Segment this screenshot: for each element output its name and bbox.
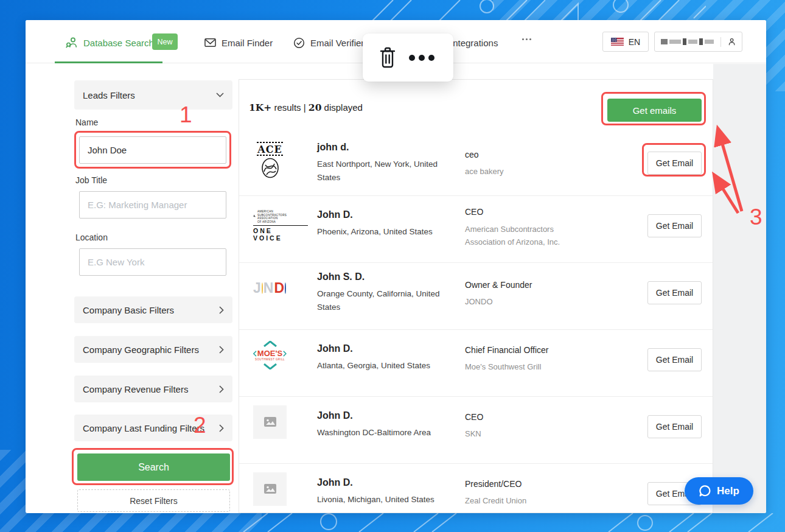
tab-label: Integrations [450, 38, 498, 48]
lead-company: JONDO [465, 295, 590, 308]
us-flag-icon [611, 38, 624, 46]
language-selector[interactable]: EN [602, 32, 649, 52]
filter-group-company-geographic[interactable]: Company Geographic Filters [74, 336, 232, 363]
lead-company: ace bakery [465, 165, 590, 178]
lead-name: john d. [317, 142, 349, 153]
filter-group-company-basic[interactable]: Company Basic Filters [74, 296, 232, 323]
get-email-button[interactable]: Get Email [647, 152, 702, 175]
jondo-blue-disc [285, 282, 286, 294]
filter-group-company-revenue[interactable]: Company Revenue Filters [74, 376, 232, 402]
page-background-strip [713, 64, 766, 513]
moes-southwest-grill-logo: MOE'S SOUTHWEST GRILL [253, 338, 287, 372]
background-geometric-pattern-top [365, 0, 706, 22]
tab-label: Email Finder [222, 38, 273, 48]
moes-chevron-down [263, 363, 277, 369]
jondo-letter: J [253, 281, 261, 295]
name-label: Name [75, 117, 98, 127]
filter-group-label: Company Basic Filters [83, 305, 174, 315]
chevron-right-icon [219, 424, 224, 432]
lead-location: Washington DC-Baltimore Area [317, 426, 446, 439]
divider [720, 37, 721, 47]
help-label: Help [717, 485, 739, 497]
lead-row: John D. Livonia, Michigan, United States… [239, 464, 713, 513]
lead-row: AMERICAN SUBCONTRACTORS ASSOCIATION OF A… [239, 196, 713, 263]
chevron-right-icon [219, 306, 224, 314]
lead-title: Owner & Founder [465, 280, 532, 290]
lead-name: John D. [317, 209, 353, 220]
lead-title: President/CEO [465, 479, 522, 489]
leads-filters-label: Leads Filters [83, 90, 135, 100]
name-input[interactable] [79, 136, 226, 164]
chevron-right-icon [219, 346, 224, 354]
moes-logo-text: MOE'S [257, 349, 282, 357]
active-tab-underline [55, 61, 162, 63]
lead-title: ceo [465, 150, 479, 159]
asa-logo-text: OF ARIZONA [257, 221, 287, 224]
language-label: EN [629, 37, 640, 47]
location-input[interactable] [79, 248, 226, 276]
lead-name: John D. [317, 410, 353, 421]
reset-filters-button[interactable]: Reset Filters [77, 489, 230, 512]
moes-bracket-right [283, 350, 287, 357]
displayed-count-value: 20 [309, 102, 322, 113]
results-count-label: results | [271, 102, 309, 113]
filter-group-label: Company Last Funding Filters [83, 423, 204, 433]
asa-logo-mark [253, 209, 256, 222]
lead-company: SKN [465, 427, 590, 440]
nav-more-menu-icon[interactable] [522, 38, 531, 40]
tab-label: Database Search [83, 38, 154, 48]
email-verifier-icon [293, 37, 305, 49]
account-info-redacted [661, 38, 714, 45]
lead-title: CEO [465, 412, 483, 422]
search-button[interactable]: Search [77, 453, 230, 481]
trash-icon[interactable] [377, 46, 398, 69]
filter-group-company-last-funding[interactable]: Company Last Funding Filters [74, 415, 232, 441]
lead-location: Atlanta, Georgia, United States [317, 359, 446, 373]
jondo-logo: JND [253, 281, 287, 295]
results-panel: 1K+ results | 20 displayed Get emails AC… [239, 79, 713, 513]
ace-logo-text: ACE [253, 144, 287, 155]
help-button[interactable]: Help [685, 477, 753, 505]
filter-group-label: Company Geographic Filters [83, 345, 199, 355]
job-title-input[interactable] [79, 191, 226, 219]
tab-email-verifier[interactable]: Email Verifier [293, 36, 364, 49]
email-finder-icon [204, 38, 216, 47]
lead-name: John D. [317, 477, 353, 488]
displayed-count-label: displayed [321, 102, 363, 113]
moes-bracket-left [253, 350, 257, 357]
leads-filters-header[interactable]: Leads Filters [74, 80, 232, 110]
new-badge: New [152, 33, 178, 50]
ace-bakery-logo: ACE [253, 142, 287, 181]
app-window: Database Search New Email Finder Email V… [26, 20, 766, 513]
tab-email-finder[interactable]: Email Finder [204, 36, 273, 49]
chat-bubble-icon [699, 485, 711, 497]
lead-title: CEO [465, 207, 483, 217]
jondo-yellow-disc [262, 282, 263, 294]
get-email-button[interactable]: Get Email [647, 281, 702, 304]
tab-label: Email Verifier [310, 38, 364, 48]
job-title-label: Job Title [75, 175, 107, 185]
chevron-down-icon [216, 93, 224, 97]
tab-database-search[interactable]: Database Search [66, 36, 154, 49]
get-email-button[interactable]: Get Email [647, 415, 702, 438]
lead-row: JND John S. D. Orange County, California… [239, 263, 713, 330]
bulk-actions-popup [363, 33, 453, 82]
lead-company: Zeal Credit Union [465, 494, 590, 507]
placeholder-image-icon [253, 405, 287, 439]
lead-row: MOE'S SOUTHWEST GRILL John D. Atlanta, G… [239, 330, 713, 397]
get-emails-button[interactable]: Get emails [607, 99, 702, 122]
get-email-button[interactable]: Get Email [647, 348, 702, 371]
asa-logo-text: AMERICAN [257, 211, 287, 214]
moes-logo-subtext: SOUTHWEST GRILL [253, 358, 287, 361]
chevron-right-icon [219, 385, 224, 393]
person-icon [728, 37, 736, 47]
placeholder-image-icon [253, 472, 287, 506]
tab-integrations[interactable]: Integrations [450, 36, 498, 49]
account-menu[interactable] [654, 32, 742, 52]
results-count-value: 1K+ [249, 102, 271, 113]
jondo-letter: D [274, 281, 284, 295]
lead-title: Chief Financial Officer [465, 345, 548, 355]
get-email-button[interactable]: Get Email [647, 214, 702, 237]
location-label: Location [75, 233, 108, 242]
more-options-icon[interactable] [409, 55, 434, 61]
